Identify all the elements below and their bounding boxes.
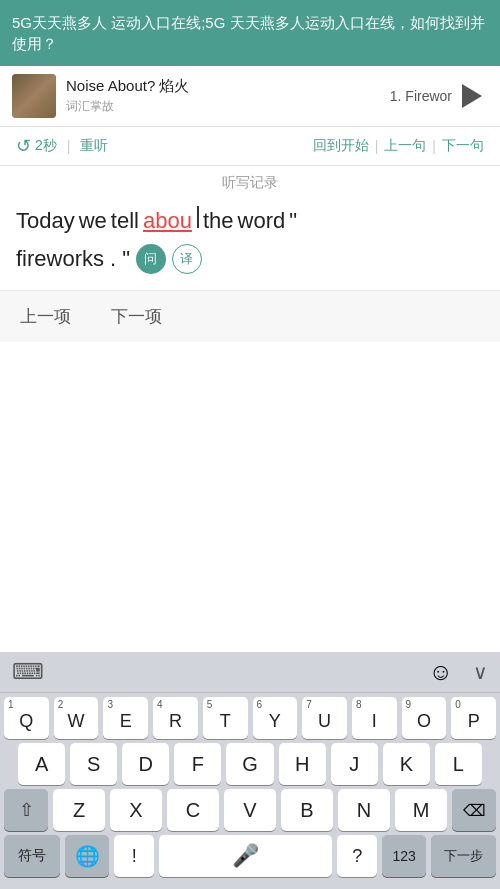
keyboard-toolbar-right: ☺ ∨ <box>428 658 488 686</box>
key-k[interactable]: K <box>383 743 430 785</box>
next-item-button[interactable]: 下一项 <box>111 305 162 328</box>
key-8-i[interactable]: 8I <box>352 697 397 739</box>
nav-buttons: 上一项 下一项 <box>0 290 500 342</box>
translate-icon: 译 <box>180 250 193 268</box>
right-controls: 回到开始 | 上一句 | 下一句 <box>313 137 484 155</box>
question-icon: 问 <box>144 250 157 268</box>
key-z[interactable]: Z <box>53 789 105 831</box>
play-button[interactable] <box>452 78 488 114</box>
key-6-y[interactable]: 6Y <box>253 697 298 739</box>
key-f[interactable]: F <box>174 743 221 785</box>
word-the: the <box>203 208 234 234</box>
period: . <box>110 246 116 272</box>
relisten-button[interactable]: 重听 <box>80 137 108 155</box>
key-s[interactable]: S <box>70 743 117 785</box>
next-step-label: 下一步 <box>444 847 483 865</box>
question-button[interactable]: 问 <box>136 244 166 274</box>
ad-banner: 5G天天燕多人 运动入口在线;5G 天天燕多人运动入口在线，如何找到并使用？ <box>0 0 500 66</box>
pipe-2: | <box>432 138 436 154</box>
key-7-u[interactable]: 7U <box>302 697 347 739</box>
word-abou[interactable]: abou <box>143 208 192 234</box>
next-sentence-button[interactable]: 下一句 <box>442 137 484 155</box>
emoji-button[interactable]: ☺ <box>428 658 453 686</box>
close-quote: " <box>122 246 130 272</box>
dictation-section: 听写记录 Today we tell abou the word " firew… <box>0 166 500 290</box>
key-x[interactable]: X <box>110 789 162 831</box>
key-4-r[interactable]: 4R <box>153 697 198 739</box>
keyboard-icon[interactable]: ⌨ <box>12 659 44 685</box>
separator: | <box>67 138 71 154</box>
key-j[interactable]: J <box>331 743 378 785</box>
keyboard-row-1: 1Q 2W 3E 4R 5T 6Y 7U 8I 9O 0P <box>0 693 500 739</box>
key-h[interactable]: H <box>279 743 326 785</box>
word-tell: tell <box>111 208 139 234</box>
shift-icon: ⇧ <box>19 799 34 821</box>
question-key[interactable]: ? <box>337 835 377 877</box>
dictation-line-2: fireworks . " 问 译 <box>0 238 500 290</box>
numbers-key[interactable]: 123 <box>382 835 426 877</box>
key-a[interactable]: A <box>18 743 65 785</box>
key-1-q[interactable]: 1Q <box>4 697 49 739</box>
prev-item-button[interactable]: 上一项 <box>20 305 71 328</box>
key-b[interactable]: B <box>281 789 333 831</box>
seconds-label: 2秒 <box>35 137 57 155</box>
globe-icon: 🌐 <box>75 844 100 868</box>
keyboard-toolbar-left: ⌨ <box>12 659 44 685</box>
word-fireworks: fireworks <box>16 246 104 272</box>
word-we: we <box>79 208 107 234</box>
keyboard-toolbar: ⌨ ☺ ∨ <box>0 652 500 693</box>
key-d[interactable]: D <box>122 743 169 785</box>
delete-icon: ⌫ <box>463 801 486 820</box>
dictation-line-1: Today we tell abou the word " <box>0 202 500 238</box>
delete-key[interactable]: ⌫ <box>452 789 496 831</box>
keyboard-hide-button[interactable]: ∨ <box>473 660 488 684</box>
translate-button[interactable]: 译 <box>172 244 202 274</box>
play-icon <box>462 84 482 108</box>
next-step-key[interactable]: 下一步 <box>431 835 496 877</box>
dictation-title: 听写记录 <box>0 174 500 192</box>
keyboard-row-3: ⇧ Z X C V B N M ⌫ <box>0 785 500 831</box>
shift-key[interactable]: ⇧ <box>4 789 48 831</box>
replay-icon: ↺ <box>16 135 31 157</box>
numbers-label: 123 <box>392 848 415 864</box>
audio-thumbnail <box>12 74 56 118</box>
key-0-p[interactable]: 0P <box>451 697 496 739</box>
audio-track: 1. Firewor <box>390 88 452 104</box>
replay-button[interactable]: ↺ 2秒 | 重听 <box>16 135 108 157</box>
key-l[interactable]: L <box>435 743 482 785</box>
key-n[interactable]: N <box>338 789 390 831</box>
controls-row: ↺ 2秒 | 重听 回到开始 | 上一句 | 下一句 <box>0 127 500 166</box>
key-3-e[interactable]: 3E <box>103 697 148 739</box>
audio-info: Noise About? 焰火 词汇掌故 <box>56 77 390 115</box>
back-to-start-button[interactable]: 回到开始 <box>313 137 369 155</box>
key-2-w[interactable]: 2W <box>54 697 99 739</box>
audio-title: Noise About? 焰火 <box>66 77 380 96</box>
exclamation-key[interactable]: ! <box>114 835 154 877</box>
symbol-key[interactable]: 符号 <box>4 835 60 877</box>
audio-subtitle: 词汇掌故 <box>66 98 380 115</box>
keyboard-area: ⌨ ☺ ∨ 1Q 2W 3E 4R 5T 6Y 7U 8I 9O 0P A S … <box>0 652 500 889</box>
prev-sentence-button[interactable]: 上一句 <box>384 137 426 155</box>
microphone-icon: 🎤 <box>232 843 259 869</box>
symbol-label: 符号 <box>18 847 46 865</box>
pipe-1: | <box>375 138 379 154</box>
key-5-t[interactable]: 5T <box>203 697 248 739</box>
space-key[interactable]: 🎤 <box>159 835 332 877</box>
key-9-o[interactable]: 9O <box>402 697 447 739</box>
keyboard-row-2: A S D F G H J K L <box>0 739 500 785</box>
key-g[interactable]: G <box>226 743 273 785</box>
word-quote: " <box>289 208 297 234</box>
word-word: word <box>238 208 286 234</box>
keyboard-bottom-padding <box>0 883 500 889</box>
keyboard-bottom-row: 符号 🌐 ! 🎤 ? 123 下一步 <box>0 831 500 883</box>
globe-key[interactable]: 🌐 <box>65 835 109 877</box>
key-c[interactable]: C <box>167 789 219 831</box>
ad-text: 5G天天燕多人 运动入口在线;5G 天天燕多人运动入口在线，如何找到并使用？ <box>12 12 488 54</box>
key-m[interactable]: M <box>395 789 447 831</box>
audio-player: Noise About? 焰火 词汇掌故 1. Firewor <box>0 66 500 127</box>
key-v[interactable]: V <box>224 789 276 831</box>
word-today: Today <box>16 208 75 234</box>
text-cursor <box>197 206 199 228</box>
